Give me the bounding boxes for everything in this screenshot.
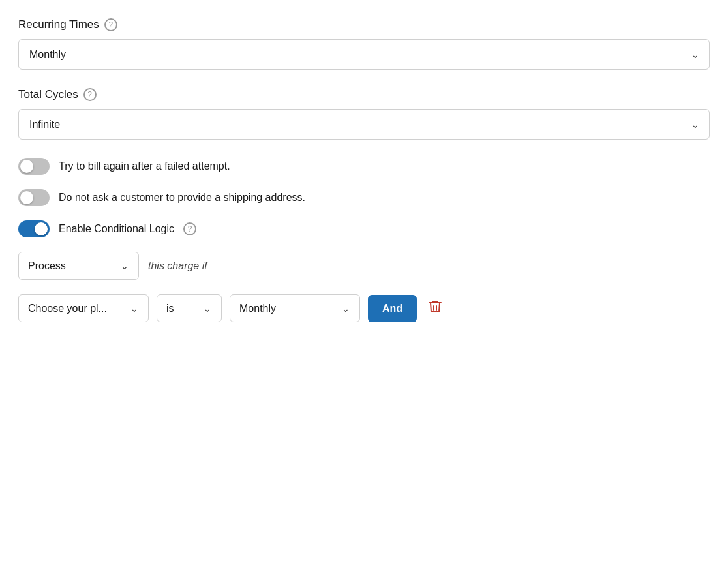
recurring-times-label-row: Recurring Times ? [18,18,710,31]
bill-again-label: Try to bill again after a failed attempt… [59,160,230,172]
condition-row: Choose your pl... Monthly Annually ⌄ is … [18,294,710,322]
recurring-times-section: Recurring Times ? Monthly Weekly Daily A… [18,18,710,70]
recurring-times-select[interactable]: Monthly Weekly Daily Annually [18,39,710,70]
recurring-times-select-wrapper: Monthly Weekly Daily Annually ⌄ [18,39,710,70]
total-cycles-section: Total Cycles ? Infinite 1 2 3 6 12 ⌄ [18,88,710,140]
choose-plan-select[interactable]: Choose your pl... Monthly Annually [18,294,149,322]
value-select[interactable]: Monthly Weekly Annually [230,294,360,322]
total-cycles-label-row: Total Cycles ? [18,88,710,101]
operator-select-wrapper: is is not ⌄ [157,294,222,322]
process-select-wrapper: Process Skip ⌄ [18,252,139,280]
no-shipping-slider [18,189,50,206]
conditional-logic-toggle-row: Enable Conditional Logic ? [18,220,710,237]
recurring-times-help-icon[interactable]: ? [104,18,117,31]
bill-again-slider [18,158,50,175]
no-shipping-toggle-row: Do not ask a customer to provide a shipp… [18,189,710,206]
process-select[interactable]: Process Skip [18,252,139,280]
process-italic-text: this charge if [148,260,207,272]
conditional-logic-label: Enable Conditional Logic [59,223,174,235]
total-cycles-select[interactable]: Infinite 1 2 3 6 12 [18,109,710,140]
process-row: Process Skip ⌄ this charge if [18,252,710,280]
conditional-logic-toggle[interactable] [18,220,50,237]
delete-condition-icon[interactable] [425,296,446,321]
no-shipping-toggle[interactable] [18,189,50,206]
recurring-times-label: Recurring Times [18,18,99,31]
and-button[interactable]: And [368,295,417,322]
bill-again-toggle-row: Try to bill again after a failed attempt… [18,158,710,175]
operator-select[interactable]: is is not [157,294,222,322]
total-cycles-help-icon[interactable]: ? [83,88,97,101]
conditional-logic-help-icon[interactable]: ? [183,222,196,235]
value-select-wrapper: Monthly Weekly Annually ⌄ [230,294,360,322]
conditional-logic-slider [18,220,50,237]
total-cycles-label: Total Cycles [18,88,78,101]
choose-plan-select-wrapper: Choose your pl... Monthly Annually ⌄ [18,294,149,322]
bill-again-toggle[interactable] [18,158,50,175]
no-shipping-label: Do not ask a customer to provide a shipp… [59,192,305,204]
total-cycles-select-wrapper: Infinite 1 2 3 6 12 ⌄ [18,109,710,140]
